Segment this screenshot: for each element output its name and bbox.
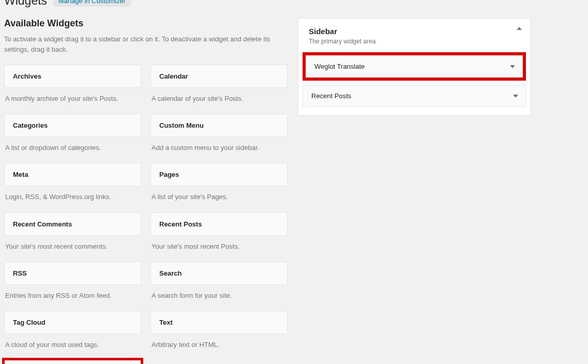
widget-description: A search form for your site. — [150, 285, 288, 311]
available-widget: RSSEntries from any RSS or Atom feed. — [4, 262, 141, 311]
available-widget: Recent PostsYour site's most recent Post… — [150, 213, 288, 262]
widget-box[interactable]: Categories — [4, 114, 141, 137]
manage-customizer-link[interactable]: Manage in Customizer — [53, 0, 131, 7]
available-widget: PagesA list of your site's Pages. — [150, 163, 288, 212]
available-widget: MetaLogin, RSS, & WordPress.org links. — [4, 163, 141, 212]
sidebar-title: Sidebar — [309, 27, 520, 36]
chevron-up-icon[interactable] — [517, 27, 522, 30]
sidebar-widget[interactable]: Weglot Translate — [306, 55, 523, 78]
available-widget: CategoriesA list or dropdown of categori… — [4, 114, 141, 163]
widget-box[interactable]: Recent Comments — [4, 213, 141, 236]
chevron-down-icon[interactable] — [513, 95, 518, 98]
widget-description: A cloud of your most used tags. — [4, 334, 141, 360]
available-widget: ArchivesA monthly archive of your site's… — [4, 65, 141, 114]
widget-box[interactable]: Archives — [4, 65, 141, 88]
widget-description: Add a custom menu to your sidebar. — [150, 137, 288, 163]
widget-box[interactable]: Search — [150, 262, 288, 285]
sidebar-header[interactable]: Sidebar The primary widget area — [298, 19, 530, 48]
available-widgets-column: Available Widgets To activate a widget d… — [4, 18, 288, 364]
widget-description: A list or dropdown of categories. — [4, 137, 141, 163]
widget-box[interactable]: Calendar — [150, 65, 288, 88]
widget-box[interactable]: Pages — [150, 163, 288, 186]
available-widgets-title: Available Widgets — [4, 18, 288, 29]
available-widget: Recent CommentsYour site's most recent c… — [4, 213, 141, 262]
available-widget: TextArbitrary text or HTML. — [150, 311, 288, 360]
widget-description: Your site's most recent comments. — [4, 236, 141, 262]
widget-description: A monthly archive of your site's Posts. — [4, 88, 141, 114]
widget-description: Entries from any RSS or Atom feed. — [4, 285, 141, 311]
sidebar-description: The primary widget area — [309, 38, 520, 45]
available-widget: CalendarA calendar of your site's Posts. — [150, 65, 288, 114]
page-title: Widgets — [4, 0, 47, 8]
widget-box[interactable]: Tag Cloud — [4, 311, 141, 334]
widget-description: A calendar of your site's Posts. — [150, 88, 288, 114]
available-widget: Weglot TranslateWeglot Translate — [4, 360, 141, 364]
sidebar-widget-label: Weglot Translate — [314, 63, 365, 70]
widget-box[interactable]: Recent Posts — [150, 213, 288, 236]
widget-description: Arbitrary text or HTML. — [150, 334, 288, 360]
widget-box[interactable]: Meta — [4, 163, 141, 186]
widget-box[interactable]: Custom Menu — [150, 114, 288, 137]
available-widget: SearchA search form for your site. — [150, 262, 288, 311]
widget-description: Your site's most recent Posts. — [150, 236, 288, 262]
widget-box[interactable]: Weglot Translate — [4, 360, 141, 364]
available-widget: Custom MenuAdd a custom menu to your sid… — [150, 114, 288, 163]
sidebar-widget-label: Recent Posts — [311, 92, 351, 100]
highlight-box: Weglot Translate — [303, 52, 526, 81]
sidebar-panel: Sidebar The primary widget area Weglot T… — [298, 18, 531, 116]
sidebar-area-column: Sidebar The primary widget area Weglot T… — [298, 18, 531, 364]
chevron-down-icon[interactable] — [510, 65, 515, 68]
available-widget: Tag CloudA cloud of your most used tags. — [4, 311, 141, 360]
available-widgets-description: To activate a widget drag it to a sideba… — [4, 34, 283, 54]
widget-description: Login, RSS, & WordPress.org links. — [4, 186, 141, 212]
widget-box[interactable]: RSS — [4, 262, 141, 285]
widget-description: A list of your site's Pages. — [150, 186, 288, 212]
sidebar-widget[interactable]: Recent Posts — [303, 85, 526, 107]
widget-box[interactable]: Text — [150, 311, 288, 334]
